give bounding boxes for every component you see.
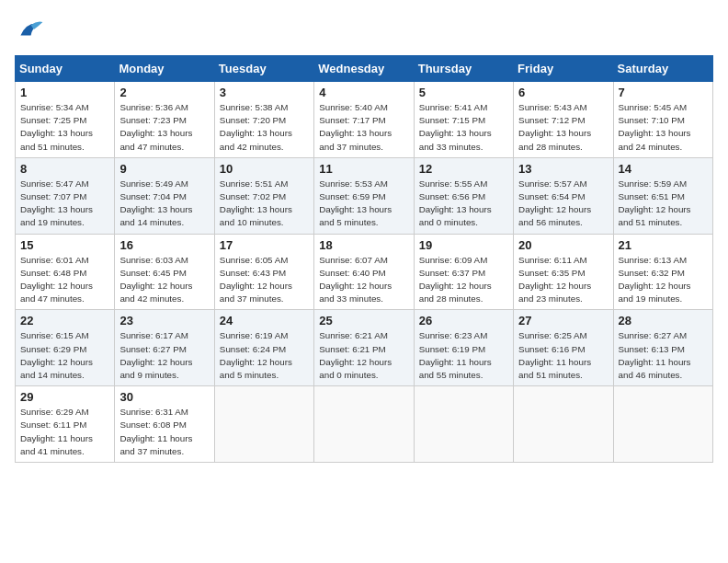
day-info: Sunrise: 6:21 AMSunset: 6:21 PMDaylight:…	[319, 329, 408, 382]
weekday-header: Sunday	[16, 56, 115, 82]
day-info: Sunrise: 5:51 AMSunset: 7:02 PMDaylight:…	[220, 178, 309, 230]
day-info: Sunrise: 5:45 AMSunset: 7:10 PMDaylight:…	[619, 101, 708, 154]
calendar-cell: 13 Sunrise: 5:57 AMSunset: 6:54 PMDaylig…	[514, 157, 613, 234]
calendar-cell: 11 Sunrise: 5:53 AMSunset: 6:59 PMDaylig…	[314, 157, 414, 234]
day-info: Sunrise: 5:49 AMSunset: 7:04 PMDaylight:…	[119, 178, 209, 230]
day-number: 14	[619, 162, 708, 176]
day-info: Sunrise: 6:11 AMSunset: 6:35 PMDaylight:…	[518, 254, 608, 306]
calendar-cell: 10 Sunrise: 5:51 AMSunset: 7:02 PMDaylig…	[214, 157, 313, 234]
day-info: Sunrise: 5:40 AMSunset: 7:17 PMDaylight:…	[319, 101, 408, 154]
day-info: Sunrise: 5:59 AMSunset: 6:51 PMDaylight:…	[619, 178, 708, 230]
day-number: 20	[518, 238, 608, 252]
day-number: 21	[619, 238, 708, 252]
calendar-cell: 16 Sunrise: 6:03 AMSunset: 6:45 PMDaylig…	[115, 234, 214, 310]
calendar-cell: 9 Sunrise: 5:49 AMSunset: 7:04 PMDayligh…	[115, 157, 214, 234]
day-number: 12	[419, 162, 508, 176]
calendar-cell: 18 Sunrise: 6:07 AMSunset: 6:40 PMDaylig…	[314, 234, 414, 310]
calendar-cell: 19 Sunrise: 6:09 AMSunset: 6:37 PMDaylig…	[414, 234, 513, 310]
day-number: 22	[20, 314, 109, 327]
calendar-week-row: 29 Sunrise: 6:29 AMSunset: 6:11 PMDaylig…	[16, 386, 713, 463]
day-info: Sunrise: 5:53 AMSunset: 6:59 PMDaylight:…	[319, 178, 408, 230]
day-info: Sunrise: 5:57 AMSunset: 6:54 PMDaylight:…	[518, 178, 608, 230]
calendar-cell: 24 Sunrise: 6:19 AMSunset: 6:24 PMDaylig…	[214, 310, 313, 386]
day-number: 28	[619, 314, 708, 327]
day-info: Sunrise: 5:36 AMSunset: 7:23 PMDaylight:…	[119, 101, 209, 154]
calendar-cell	[514, 386, 613, 463]
day-number: 7	[619, 86, 708, 99]
day-info: Sunrise: 5:55 AMSunset: 6:56 PMDaylight:…	[419, 178, 508, 230]
day-info: Sunrise: 6:09 AMSunset: 6:37 PMDaylight:…	[419, 254, 508, 306]
calendar-table: SundayMondayTuesdayWednesdayThursdayFrid…	[15, 55, 713, 463]
weekday-header: Friday	[514, 56, 613, 82]
calendar-cell: 2 Sunrise: 5:36 AMSunset: 7:23 PMDayligh…	[115, 82, 214, 158]
day-number: 1	[20, 86, 109, 99]
weekday-header: Thursday	[414, 56, 513, 82]
day-number: 25	[319, 314, 408, 327]
day-number: 24	[220, 314, 309, 327]
day-info: Sunrise: 5:43 AMSunset: 7:12 PMDaylight:…	[518, 101, 608, 154]
day-number: 8	[20, 162, 109, 176]
day-number: 18	[319, 238, 408, 252]
calendar-cell: 17 Sunrise: 6:05 AMSunset: 6:43 PMDaylig…	[214, 234, 313, 310]
day-number: 23	[119, 314, 209, 327]
page-header	[15, 15, 713, 44]
day-number: 30	[119, 390, 209, 404]
day-number: 6	[518, 86, 608, 99]
day-info: Sunrise: 5:41 AMSunset: 7:15 PMDaylight:…	[419, 101, 508, 154]
day-info: Sunrise: 6:31 AMSunset: 6:08 PMDaylight:…	[119, 406, 209, 458]
calendar-cell: 12 Sunrise: 5:55 AMSunset: 6:56 PMDaylig…	[414, 157, 513, 234]
calendar-cell: 6 Sunrise: 5:43 AMSunset: 7:12 PMDayligh…	[514, 82, 613, 158]
calendar-cell	[314, 386, 414, 463]
calendar-week-row: 15 Sunrise: 6:01 AMSunset: 6:48 PMDaylig…	[16, 234, 713, 310]
day-number: 29	[20, 390, 109, 404]
day-info: Sunrise: 6:23 AMSunset: 6:19 PMDaylight:…	[419, 329, 508, 382]
day-info: Sunrise: 5:47 AMSunset: 7:07 PMDaylight:…	[20, 178, 109, 230]
calendar-cell	[414, 386, 513, 463]
day-number: 4	[319, 86, 408, 99]
calendar-cell: 22 Sunrise: 6:15 AMSunset: 6:29 PMDaylig…	[16, 310, 115, 386]
logo-bird-icon	[15, 15, 44, 44]
weekday-header: Monday	[115, 56, 214, 82]
day-number: 16	[119, 238, 209, 252]
calendar-cell: 26 Sunrise: 6:23 AMSunset: 6:19 PMDaylig…	[414, 310, 513, 386]
calendar-cell: 20 Sunrise: 6:11 AMSunset: 6:35 PMDaylig…	[514, 234, 613, 310]
day-number: 3	[220, 86, 309, 99]
calendar-cell: 3 Sunrise: 5:38 AMSunset: 7:20 PMDayligh…	[214, 82, 313, 158]
calendar-week-row: 1 Sunrise: 5:34 AMSunset: 7:25 PMDayligh…	[16, 82, 713, 158]
day-number: 15	[20, 238, 109, 252]
day-number: 10	[220, 162, 309, 176]
day-number: 13	[518, 162, 608, 176]
day-info: Sunrise: 6:15 AMSunset: 6:29 PMDaylight:…	[20, 329, 109, 382]
calendar-cell: 8 Sunrise: 5:47 AMSunset: 7:07 PMDayligh…	[16, 157, 115, 234]
calendar-cell: 25 Sunrise: 6:21 AMSunset: 6:21 PMDaylig…	[314, 310, 414, 386]
day-number: 11	[319, 162, 408, 176]
calendar-header-row: SundayMondayTuesdayWednesdayThursdayFrid…	[16, 56, 713, 82]
day-info: Sunrise: 6:25 AMSunset: 6:16 PMDaylight:…	[518, 329, 608, 382]
calendar-week-row: 8 Sunrise: 5:47 AMSunset: 7:07 PMDayligh…	[16, 157, 713, 234]
day-info: Sunrise: 5:38 AMSunset: 7:20 PMDaylight:…	[220, 101, 309, 154]
day-info: Sunrise: 6:13 AMSunset: 6:32 PMDaylight:…	[619, 254, 708, 306]
calendar-cell: 1 Sunrise: 5:34 AMSunset: 7:25 PMDayligh…	[16, 82, 115, 158]
day-number: 5	[419, 86, 508, 99]
calendar-cell: 14 Sunrise: 5:59 AMSunset: 6:51 PMDaylig…	[613, 157, 712, 234]
day-info: Sunrise: 6:19 AMSunset: 6:24 PMDaylight:…	[220, 329, 309, 382]
day-info: Sunrise: 6:29 AMSunset: 6:11 PMDaylight:…	[20, 406, 109, 458]
calendar-cell: 30 Sunrise: 6:31 AMSunset: 6:08 PMDaylig…	[115, 386, 214, 463]
calendar-cell: 5 Sunrise: 5:41 AMSunset: 7:15 PMDayligh…	[414, 82, 513, 158]
calendar-cell: 15 Sunrise: 6:01 AMSunset: 6:48 PMDaylig…	[16, 234, 115, 310]
day-number: 26	[419, 314, 508, 327]
day-info: Sunrise: 6:07 AMSunset: 6:40 PMDaylight:…	[319, 254, 408, 306]
day-number: 17	[220, 238, 309, 252]
calendar-cell: 28 Sunrise: 6:27 AMSunset: 6:13 PMDaylig…	[613, 310, 712, 386]
calendar-cell: 4 Sunrise: 5:40 AMSunset: 7:17 PMDayligh…	[314, 82, 414, 158]
day-info: Sunrise: 6:17 AMSunset: 6:27 PMDaylight:…	[119, 329, 209, 382]
weekday-header: Saturday	[613, 56, 712, 82]
day-number: 19	[419, 238, 508, 252]
weekday-header: Wednesday	[314, 56, 414, 82]
calendar-cell	[214, 386, 313, 463]
day-info: Sunrise: 5:34 AMSunset: 7:25 PMDaylight:…	[20, 101, 109, 154]
calendar-cell: 7 Sunrise: 5:45 AMSunset: 7:10 PMDayligh…	[613, 82, 712, 158]
day-info: Sunrise: 6:05 AMSunset: 6:43 PMDaylight:…	[220, 254, 309, 306]
calendar-cell: 21 Sunrise: 6:13 AMSunset: 6:32 PMDaylig…	[613, 234, 712, 310]
calendar-cell	[613, 386, 712, 463]
